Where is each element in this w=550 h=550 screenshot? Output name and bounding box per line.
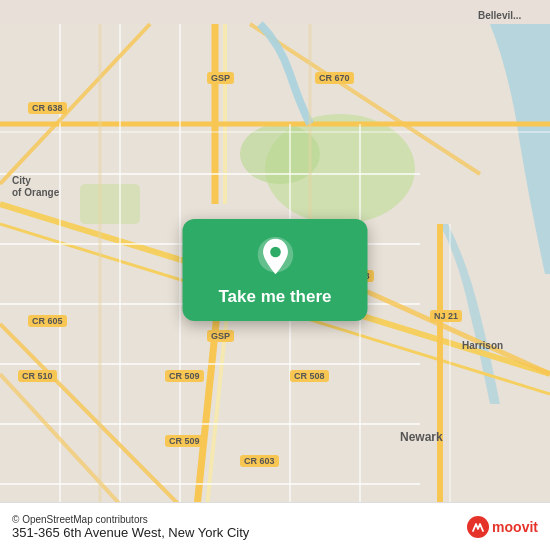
badge-cr603: CR 603 — [240, 455, 279, 467]
badge-nj21: NJ 21 — [430, 310, 462, 322]
map-container: CR 638 GSP CR 670 CR 605 GSP CR 658 CR 5… — [0, 0, 550, 550]
cta-card[interactable]: Take me there — [183, 219, 368, 321]
badge-gsp-top: GSP — [207, 72, 234, 84]
label-newark: Newark — [400, 430, 443, 444]
moovit-logo: moovit — [467, 516, 538, 538]
svg-rect-3 — [80, 184, 140, 224]
label-city-orange: Cityof Orange — [12, 175, 59, 199]
moovit-text: moovit — [492, 519, 538, 535]
badge-cr509-b: CR 509 — [165, 435, 204, 447]
cta-label: Take me there — [218, 287, 331, 307]
badge-cr510: CR 510 — [18, 370, 57, 382]
badge-cr638: CR 638 — [28, 102, 67, 114]
badge-gsp-mid: GSP — [207, 330, 234, 342]
label-harrison: Harrison — [462, 340, 503, 351]
badge-cr670: CR 670 — [315, 72, 354, 84]
badge-cr605: CR 605 — [28, 315, 67, 327]
badge-cr509-l: CR 509 — [165, 370, 204, 382]
location-pin-icon — [255, 237, 295, 277]
badge-cr508: CR 508 — [290, 370, 329, 382]
svg-point-33 — [270, 247, 281, 258]
address-text: 351-365 6th Avenue West, New York City — [12, 525, 457, 540]
moovit-logo-icon — [467, 516, 489, 538]
bottom-bar: © OpenStreetMap contributors 351-365 6th… — [0, 502, 550, 550]
label-belleville: Bellevil... — [478, 10, 521, 21]
map-attribution: © OpenStreetMap contributors — [12, 514, 457, 525]
